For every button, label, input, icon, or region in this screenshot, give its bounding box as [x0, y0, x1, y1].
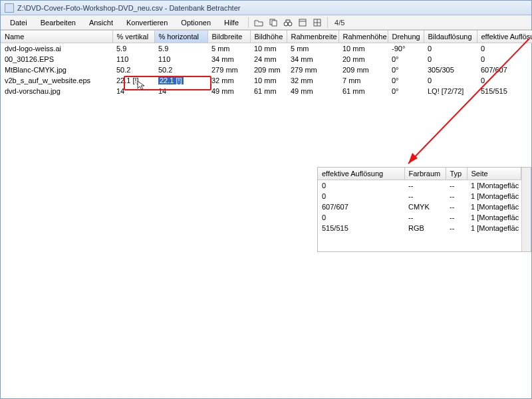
fcell-cs[interactable]: RGB [404, 223, 446, 233]
cell-ph[interactable]: 110 [154, 54, 207, 65]
cell-bw[interactable]: 32 mm [207, 75, 250, 86]
fcell-cs[interactable]: -- [404, 180, 446, 192]
fcell-typ[interactable]: -- [446, 212, 467, 223]
menu-konvertieren[interactable]: Konvertieren [120, 17, 174, 29]
cell-res[interactable]: 0 [424, 54, 477, 65]
cell-res[interactable]: 305/305 [424, 65, 477, 75]
cell-bh[interactable]: 10 mm [250, 43, 287, 55]
cell-bw[interactable]: 49 mm [207, 86, 250, 96]
copy-icon[interactable] [268, 18, 279, 27]
col-eff[interactable]: effektive Auflösu [477, 31, 532, 43]
cell-rh[interactable]: 7 mm [338, 75, 388, 86]
cell-bh[interactable]: 10 mm [250, 75, 287, 86]
menu-ansicht[interactable]: Ansicht [82, 17, 120, 29]
cell-rw[interactable]: 49 mm [287, 86, 338, 96]
fcell-page[interactable]: 1 [Montagefläc [467, 191, 521, 201]
col-res[interactable]: Bildauflösung [424, 31, 477, 43]
menu-datei[interactable]: Datei [3, 17, 34, 29]
table-row[interactable]: v2b_s_auf_w_website.eps22.1 [!]22.1 [!]3… [1, 75, 532, 86]
cell-rh[interactable]: 20 mm [338, 54, 388, 65]
cell-pv[interactable]: 14 [112, 86, 154, 96]
cell-eff[interactable]: 0 [477, 75, 532, 86]
col-pv[interactable]: % vertikal [112, 31, 154, 43]
window-icon[interactable] [297, 18, 308, 27]
cell-eff[interactable]: 607/607 [477, 65, 532, 75]
cell-rw[interactable]: 32 mm [287, 75, 338, 86]
fcell-typ[interactable]: -- [446, 191, 467, 201]
cell-name[interactable]: dvd-vorschau.jpg [1, 86, 112, 96]
fcell-page[interactable]: 1 [Montagefläc [467, 180, 521, 192]
fcell-eff[interactable]: 0 [318, 191, 404, 201]
col-rh[interactable]: Rahmenhöhe [338, 31, 388, 43]
cell-rh[interactable]: 61 mm [338, 86, 388, 96]
floating-row[interactable]: 0----1 [Montagefläc [318, 180, 521, 192]
cell-bh[interactable]: 209 mm [250, 65, 287, 75]
main-grid[interactable]: Name % vertikal % horizontal Bildbreite … [1, 30, 531, 96]
col-name[interactable]: Name [1, 31, 112, 43]
binoculars-icon[interactable] [283, 18, 293, 27]
floating-row[interactable]: 0----1 [Montagefläc [318, 212, 521, 223]
cell-bw[interactable]: 279 mm [207, 65, 250, 75]
menu-bearbeiten[interactable]: Bearbeiten [34, 17, 82, 29]
cell-rot[interactable]: 0° [388, 75, 424, 86]
fcell-page[interactable]: 1 [Montagefläc [467, 223, 521, 233]
cell-name[interactable]: MtBlanc-CMYK.jpg [1, 65, 112, 75]
col-bh[interactable]: Bildhöhe [250, 31, 287, 43]
fcell-typ[interactable]: -- [446, 180, 467, 192]
cell-res[interactable]: LQ! [72/72] [424, 86, 477, 96]
cell-bw[interactable]: 5 mm [207, 43, 250, 55]
cell-bh[interactable]: 61 mm [250, 86, 287, 96]
fcell-eff[interactable]: 607/607 [318, 201, 404, 212]
cell-eff[interactable]: 0 [477, 43, 532, 55]
table-row[interactable]: 00_30126.EPS11011034 mm24 mm34 mm20 mm0°… [1, 54, 532, 65]
fcol-typ[interactable]: Typ [446, 168, 467, 180]
fcell-page[interactable]: 1 [Montagefläc [467, 201, 521, 212]
cell-name[interactable]: v2b_s_auf_w_website.eps [1, 75, 112, 86]
titlebar[interactable]: Z:\DVD-Cover-Foto-Workshop-DVD_neu.csv -… [1, 1, 531, 15]
menu-optionen[interactable]: Optionen [174, 17, 217, 29]
cell-rw[interactable]: 279 mm [287, 65, 338, 75]
cell-bh[interactable]: 24 mm [250, 54, 287, 65]
floating-row[interactable]: 0----1 [Montagefläc [318, 191, 521, 201]
floating-scrollbar[interactable] [521, 168, 531, 251]
floating-row[interactable]: 515/515RGB--1 [Montagefläc [318, 223, 521, 233]
fcell-page[interactable]: 1 [Montagefläc [467, 212, 521, 223]
fcol-page[interactable]: Seite [467, 168, 521, 180]
fcell-typ[interactable]: -- [446, 201, 467, 212]
col-rw[interactable]: Rahmenbreite [287, 31, 338, 43]
cell-ph[interactable]: 50.2 [154, 65, 207, 75]
cell-pv[interactable]: 110 [112, 54, 154, 65]
menu-hilfe[interactable]: Hilfe [217, 17, 245, 29]
cell-bw[interactable]: 34 mm [207, 54, 250, 65]
cell-rh[interactable]: 10 mm [338, 43, 388, 55]
fcell-cs[interactable]: -- [404, 212, 446, 223]
cell-ph[interactable]: 5.9 [154, 43, 207, 55]
cell-eff[interactable]: 515/515 [477, 86, 532, 96]
cell-pv[interactable]: 5.9 [112, 43, 154, 55]
fcol-eff[interactable]: effektive Auflösung [318, 168, 404, 180]
cell-name[interactable]: dvd-logo-weiss.ai [1, 43, 112, 55]
open-icon[interactable] [253, 18, 264, 27]
grid-icon[interactable] [312, 18, 323, 27]
cell-rot[interactable]: 0° [388, 86, 424, 96]
cell-name[interactable]: 00_30126.EPS [1, 54, 112, 65]
cell-eff[interactable]: 0 [477, 54, 532, 65]
cell-ph[interactable]: 22.1 [!] [154, 75, 207, 86]
cell-rot[interactable]: 0° [388, 65, 424, 75]
fcell-cs[interactable]: -- [404, 191, 446, 201]
floating-row[interactable]: 607/607CMYK--1 [Montagefläc [318, 201, 521, 212]
fcell-cs[interactable]: CMYK [404, 201, 446, 212]
cell-rot[interactable]: 0° [388, 54, 424, 65]
cell-rw[interactable]: 5 mm [287, 43, 338, 55]
col-bw[interactable]: Bildbreite [207, 31, 250, 43]
cell-rh[interactable]: 209 mm [338, 65, 388, 75]
col-ph[interactable]: % horizontal [154, 31, 207, 43]
cell-ph[interactable]: 14 [154, 86, 207, 96]
table-row[interactable]: dvd-logo-weiss.ai5.95.95 mm10 mm5 mm10 m… [1, 43, 532, 55]
cell-pv[interactable]: 22.1 [!] [112, 75, 154, 86]
header-row[interactable]: Name % vertikal % horizontal Bildbreite … [1, 31, 532, 43]
fcol-cs[interactable]: Farbraum [404, 168, 446, 180]
cell-rw[interactable]: 34 mm [287, 54, 338, 65]
fcell-typ[interactable]: -- [446, 223, 467, 233]
table-row[interactable]: MtBlanc-CMYK.jpg50.250.2279 mm209 mm279 … [1, 65, 532, 75]
